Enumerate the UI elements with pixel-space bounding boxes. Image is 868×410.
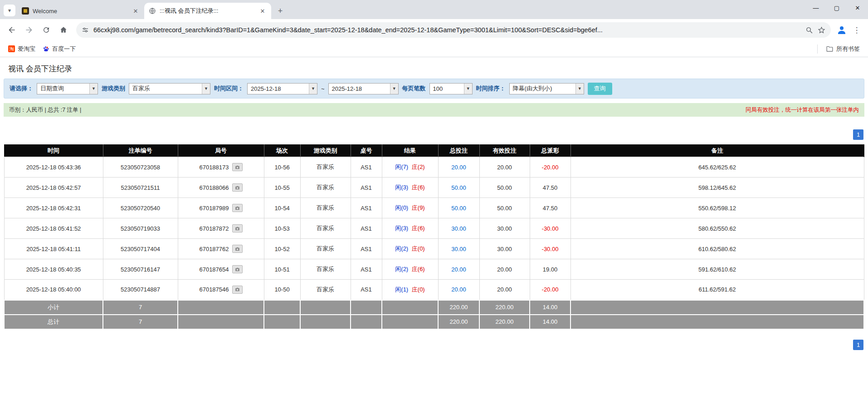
subtotal-total-bet: 220.00 bbox=[438, 300, 479, 315]
total-bet-link[interactable]: 50.00 bbox=[451, 205, 466, 212]
bookmark-item-aitaobao[interactable]: 淘 爱淘宝 bbox=[5, 43, 39, 55]
result-player: 闲(3) bbox=[395, 184, 408, 191]
game-type-select[interactable]: 百家乐 ▼ bbox=[129, 83, 210, 94]
url-text[interactable]: 66cxkj98.com/game/betrecord_search/kind3… bbox=[93, 26, 801, 34]
bookmark-star-icon[interactable] bbox=[818, 26, 825, 34]
zoom-icon[interactable] bbox=[805, 26, 813, 34]
column-header-valid-bet: 有效投注 bbox=[479, 145, 530, 157]
search-button[interactable]: 查询 bbox=[588, 83, 612, 95]
round-detail-camera-icon[interactable] bbox=[232, 224, 243, 232]
total-bet-link[interactable]: 20.00 bbox=[451, 164, 466, 171]
round-detail-camera-icon[interactable] bbox=[232, 204, 243, 212]
page-button-1[interactable]: 1 bbox=[853, 340, 863, 350]
total-bet-link[interactable]: 30.00 bbox=[451, 246, 466, 252]
round-detail-camera-icon[interactable] bbox=[232, 183, 243, 192]
table-row: 2025-12-18 05:42:57 523050721511 6701880… bbox=[4, 178, 864, 198]
date-start-select[interactable]: 2025-12-18 ▼ bbox=[247, 83, 317, 94]
cell-game-type: 百家乐 bbox=[300, 157, 351, 178]
date-range-label: 时间区间： bbox=[214, 84, 244, 93]
forward-button[interactable] bbox=[22, 23, 36, 37]
cell-bet-id: 523050714887 bbox=[103, 280, 178, 300]
column-header-note: 备注 bbox=[571, 145, 864, 157]
browser-toolbar: 66cxkj98.com/game/betrecord_search/kind3… bbox=[0, 19, 868, 41]
cell-valid-bet: 20.00 bbox=[479, 259, 530, 280]
page-button-1[interactable]: 1 bbox=[853, 129, 863, 140]
cell-note: 610.62/580.62 bbox=[571, 239, 864, 259]
tab-search-chevron-icon[interactable]: ▾ bbox=[4, 5, 15, 16]
cell-table: AS1 bbox=[351, 239, 382, 259]
home-button[interactable] bbox=[56, 23, 71, 37]
currency-total-text: 币别：人民币 | 总共 :7 注单 | bbox=[9, 106, 81, 114]
tab-welcome[interactable]: Welcome ✕ bbox=[17, 3, 144, 19]
chevron-down-icon: ▼ bbox=[575, 84, 584, 94]
total-bet-link[interactable]: 30.00 bbox=[451, 225, 466, 232]
sort-label: 时间排序： bbox=[476, 84, 506, 93]
filter-bar: 请选择： 日期查询 ▼ 游戏类别 百家乐 ▼ 时间区间： 2025-12-18 … bbox=[4, 79, 864, 99]
cell-table: AS1 bbox=[351, 157, 382, 178]
tab-bar: ▾ Welcome ✕ :::视讯 会员下注纪录::: ✕ + — ▢ ✕ bbox=[0, 0, 868, 19]
round-detail-camera-icon[interactable] bbox=[232, 265, 243, 273]
cell-session: 10-55 bbox=[264, 178, 300, 198]
maximize-button[interactable]: ▢ bbox=[826, 0, 847, 15]
tab-title: Welcome bbox=[33, 8, 128, 15]
page-content: 视讯 会员下注纪录 请选择： 日期查询 ▼ 游戏类别 百家乐 ▼ 时间区间： 2… bbox=[0, 57, 868, 350]
cell-result: 闲(2) 庄(6) bbox=[382, 259, 438, 280]
round-number: 670187762 bbox=[199, 246, 229, 252]
back-button[interactable] bbox=[5, 23, 19, 37]
column-header-result: 结果 bbox=[382, 145, 438, 157]
cell-time: 2025-12-18 05:41:11 bbox=[4, 239, 103, 259]
cell-bet-id: 523050717404 bbox=[103, 239, 178, 259]
tab-bet-record[interactable]: :::视讯 会员下注纪录::: ✕ bbox=[144, 3, 271, 19]
per-page-select[interactable]: 100 ▼ bbox=[429, 83, 473, 94]
cell-game-type: 百家乐 bbox=[300, 178, 351, 198]
sort-select[interactable]: 降幕(由大到小) ▼ bbox=[509, 83, 584, 94]
cell-time: 2025-12-18 05:43:36 bbox=[4, 157, 103, 178]
reload-button[interactable] bbox=[39, 23, 54, 37]
total-bet-link[interactable]: 50.00 bbox=[451, 184, 466, 191]
tab-close-icon[interactable]: ✕ bbox=[258, 7, 267, 15]
url-bar[interactable]: 66cxkj98.com/game/betrecord_search/kind3… bbox=[76, 22, 831, 38]
profile-icon[interactable] bbox=[836, 25, 847, 35]
cell-valid-bet: 50.00 bbox=[479, 178, 530, 198]
total-bet-link[interactable]: 20.00 bbox=[451, 266, 466, 273]
game-type-label: 游戏类别 bbox=[102, 84, 125, 93]
round-number: 670188066 bbox=[199, 184, 229, 191]
query-type-select[interactable]: 日期查询 ▼ bbox=[37, 83, 98, 94]
chevron-down-icon: ▼ bbox=[89, 84, 98, 94]
date-separator: ~ bbox=[321, 85, 325, 92]
date-end-select[interactable]: 2025-12-18 ▼ bbox=[328, 83, 399, 94]
table-header-row: 时间 注单编号 局号 场次 游戏类别 桌号 结果 总投注 有效投注 总派彩 备注 bbox=[4, 145, 864, 157]
cell-total-bet: 30.00 bbox=[438, 239, 479, 259]
subtotal-valid-bet: 220.00 bbox=[479, 300, 530, 315]
subtotal-payout: 14.00 bbox=[530, 300, 571, 315]
total-payout: 14.00 bbox=[530, 315, 571, 329]
all-bookmarks-label: 所有书签 bbox=[836, 45, 860, 53]
close-button[interactable]: ✕ bbox=[847, 0, 868, 15]
column-header-round: 局号 bbox=[178, 145, 264, 157]
round-detail-camera-icon[interactable] bbox=[232, 286, 243, 294]
result-player: 闲(3) bbox=[395, 225, 408, 232]
cell-game-type: 百家乐 bbox=[300, 280, 351, 300]
cell-result: 闲(3) 庄(6) bbox=[382, 178, 438, 198]
all-bookmarks-button[interactable]: 所有书签 bbox=[822, 43, 863, 55]
column-header-time: 时间 bbox=[4, 145, 103, 157]
cell-bet-id: 523050723058 bbox=[103, 157, 178, 178]
column-header-game-type: 游戏类别 bbox=[300, 145, 351, 157]
column-header-total-bet: 总投注 bbox=[438, 145, 479, 157]
cell-payout: -30.00 bbox=[530, 239, 571, 259]
site-info-tune-icon[interactable] bbox=[82, 26, 89, 34]
new-tab-button[interactable]: + bbox=[274, 5, 287, 17]
cell-result: 闲(2) 庄(0) bbox=[382, 239, 438, 259]
cell-note: 598.12/645.62 bbox=[571, 178, 864, 198]
cell-valid-bet: 50.00 bbox=[479, 198, 530, 218]
subtotal-label: 小计 bbox=[4, 300, 103, 315]
bookmark-item-baidu[interactable]: 百度一下 bbox=[39, 43, 79, 55]
total-bet-link[interactable]: 20.00 bbox=[451, 286, 466, 293]
menu-icon[interactable]: ⋮ bbox=[850, 25, 863, 35]
cell-table: AS1 bbox=[351, 178, 382, 198]
tab-close-icon[interactable]: ✕ bbox=[132, 7, 140, 15]
minimize-button[interactable]: — bbox=[805, 0, 826, 15]
round-detail-camera-icon[interactable] bbox=[232, 245, 243, 253]
column-header-bet-id: 注单编号 bbox=[103, 145, 178, 157]
round-detail-camera-icon[interactable] bbox=[232, 163, 243, 171]
